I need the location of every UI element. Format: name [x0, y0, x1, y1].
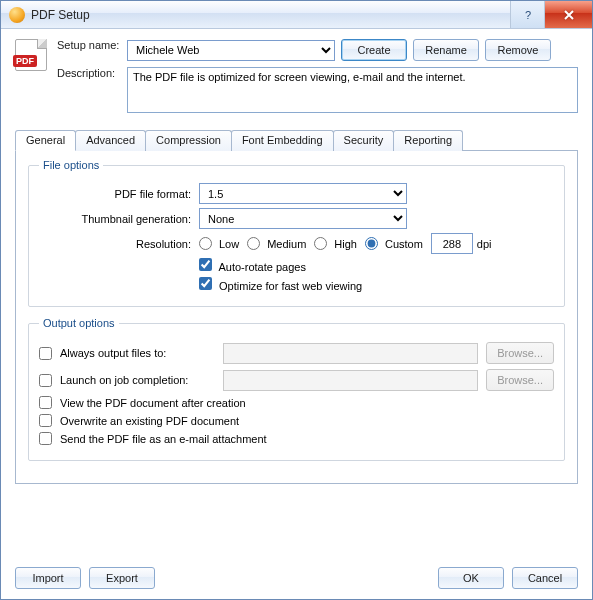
tabs: General Advanced Compression Font Embedd… — [15, 129, 578, 484]
ok-button[interactable]: OK — [438, 567, 504, 589]
close-icon — [563, 9, 575, 21]
export-button[interactable]: Export — [89, 567, 155, 589]
optimize-checkbox[interactable]: Optimize for fast web viewing — [199, 277, 362, 292]
setup-name-combo[interactable]: Michele Web — [127, 40, 335, 61]
titlebar: PDF Setup ? — [1, 1, 592, 29]
always-output-path — [223, 343, 478, 364]
send-email-checkbox[interactable]: Send the PDF file as an e-mail attachmen… — [39, 432, 267, 445]
resolution-low[interactable]: Low — [199, 237, 239, 250]
view-after-checkbox[interactable]: View the PDF document after creation — [39, 396, 246, 409]
tab-reporting[interactable]: Reporting — [393, 130, 463, 151]
help-button[interactable]: ? — [510, 1, 544, 28]
rename-button[interactable]: Rename — [413, 39, 479, 61]
output-options-legend: Output options — [39, 317, 119, 329]
browse-output-button[interactable]: Browse... — [486, 342, 554, 364]
tab-font-embedding[interactable]: Font Embedding — [231, 130, 334, 151]
tab-compression[interactable]: Compression — [145, 130, 232, 151]
thumbnail-label: Thumbnail generation: — [39, 213, 199, 225]
pdf-format-select[interactable]: 1.5 — [199, 183, 407, 204]
create-button[interactable]: Create — [341, 39, 407, 61]
description-textarea[interactable]: The PDF file is optimized for screen vie… — [127, 67, 578, 113]
app-icon — [9, 7, 25, 23]
svg-text:?: ? — [525, 9, 531, 21]
resolution-label: Resolution: — [39, 238, 199, 250]
resolution-high[interactable]: High — [314, 237, 357, 250]
dialog-footer: Import Export OK Cancel — [15, 557, 578, 589]
help-icon: ? — [522, 9, 534, 21]
window-title: PDF Setup — [31, 8, 510, 22]
remove-button[interactable]: Remove — [485, 39, 551, 61]
tab-advanced[interactable]: Advanced — [75, 130, 146, 151]
output-options-group: Output options Always output files to: B… — [28, 317, 565, 461]
pdf-setup-window: PDF Setup ? PDF Setup name: Michele Web — [0, 0, 593, 600]
pdf-icon: PDF — [15, 39, 47, 71]
import-button[interactable]: Import — [15, 567, 81, 589]
resolution-custom[interactable]: Custom — [365, 237, 423, 250]
resolution-dpi-input[interactable] — [431, 233, 473, 254]
file-options-legend: File options — [39, 159, 103, 171]
always-output-checkbox[interactable]: Always output files to: — [39, 347, 215, 360]
description-label: Description: — [57, 67, 127, 79]
overwrite-checkbox[interactable]: Overwrite an existing PDF document — [39, 414, 239, 427]
pdf-format-label: PDF file format: — [39, 188, 199, 200]
tab-page-general: File options PDF file format: 1.5 Thumbn… — [15, 151, 578, 484]
autorotate-checkbox[interactable]: Auto-rotate pages — [199, 258, 306, 273]
close-button[interactable] — [544, 1, 592, 28]
launch-path — [223, 370, 478, 391]
tab-general[interactable]: General — [15, 130, 76, 151]
setup-name-label: Setup name: — [57, 39, 127, 51]
tab-security[interactable]: Security — [333, 130, 395, 151]
file-options-group: File options PDF file format: 1.5 Thumbn… — [28, 159, 565, 307]
browse-launch-button[interactable]: Browse... — [486, 369, 554, 391]
dpi-unit-label: dpi — [477, 238, 492, 250]
launch-completion-checkbox[interactable]: Launch on job completion: — [39, 374, 215, 387]
resolution-medium[interactable]: Medium — [247, 237, 306, 250]
thumbnail-select[interactable]: None — [199, 208, 407, 229]
cancel-button[interactable]: Cancel — [512, 567, 578, 589]
